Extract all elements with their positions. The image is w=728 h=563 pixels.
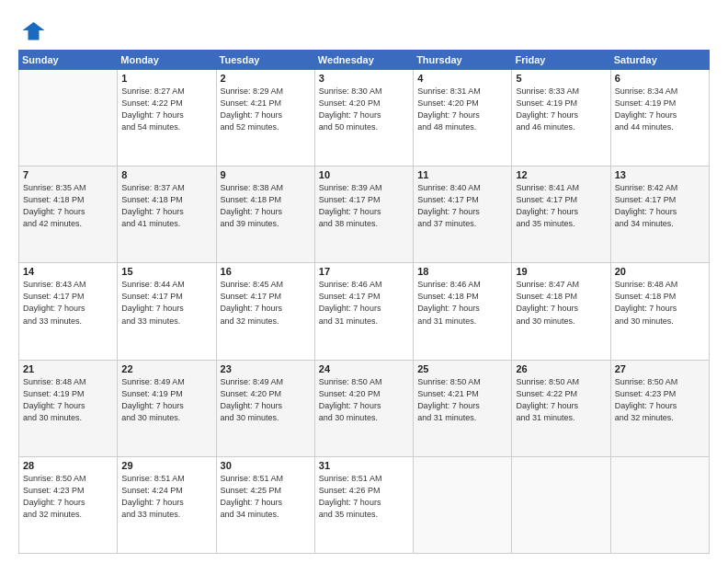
day-cell: 29Sunrise: 8:51 AM Sunset: 4:24 PM Dayli… xyxy=(118,456,216,553)
day-cell: 14Sunrise: 8:43 AM Sunset: 4:17 PM Dayli… xyxy=(19,263,118,360)
day-cell: 15Sunrise: 8:44 AM Sunset: 4:17 PM Dayli… xyxy=(118,263,216,360)
week-row-1: 7Sunrise: 8:35 AM Sunset: 4:18 PM Daylig… xyxy=(19,167,710,263)
day-cell: 2Sunrise: 8:29 AM Sunset: 4:21 PM Daylig… xyxy=(216,70,314,167)
day-number: 18 xyxy=(417,266,507,277)
day-info: Sunrise: 8:29 AM Sunset: 4:21 PM Dayligh… xyxy=(221,86,311,133)
day-cell: 23Sunrise: 8:49 AM Sunset: 4:20 PM Dayli… xyxy=(216,360,314,456)
day-info: Sunrise: 8:48 AM Sunset: 4:19 PM Dayligh… xyxy=(23,376,113,424)
day-number: 5 xyxy=(516,73,606,84)
svg-marker-0 xyxy=(23,22,45,40)
day-info: Sunrise: 8:41 AM Sunset: 4:17 PM Dayligh… xyxy=(516,182,606,230)
day-cell: 12Sunrise: 8:41 AM Sunset: 4:17 PM Dayli… xyxy=(512,167,610,263)
day-info: Sunrise: 8:50 AM Sunset: 4:21 PM Dayligh… xyxy=(417,376,507,424)
day-cell xyxy=(512,456,610,553)
day-number: 13 xyxy=(615,169,705,180)
day-number: 8 xyxy=(121,169,211,180)
header-day-monday: Monday xyxy=(118,51,216,70)
day-number: 16 xyxy=(221,266,311,277)
day-number: 1 xyxy=(121,73,211,84)
day-info: Sunrise: 8:49 AM Sunset: 4:19 PM Dayligh… xyxy=(121,376,211,424)
day-cell: 16Sunrise: 8:45 AM Sunset: 4:17 PM Dayli… xyxy=(216,263,314,360)
day-info: Sunrise: 8:44 AM Sunset: 4:17 PM Dayligh… xyxy=(121,279,211,327)
day-cell: 18Sunrise: 8:46 AM Sunset: 4:18 PM Dayli… xyxy=(414,263,512,360)
day-cell: 24Sunrise: 8:50 AM Sunset: 4:20 PM Dayli… xyxy=(314,360,413,456)
day-cell: 28Sunrise: 8:50 AM Sunset: 4:23 PM Dayli… xyxy=(19,456,118,553)
day-info: Sunrise: 8:27 AM Sunset: 4:22 PM Dayligh… xyxy=(121,86,211,133)
header-day-sunday: Sunday xyxy=(19,51,118,70)
day-info: Sunrise: 8:37 AM Sunset: 4:18 PM Dayligh… xyxy=(121,182,211,230)
day-info: Sunrise: 8:51 AM Sunset: 4:25 PM Dayligh… xyxy=(221,473,311,521)
day-number: 31 xyxy=(319,460,409,471)
day-number: 15 xyxy=(121,266,211,277)
day-cell: 7Sunrise: 8:35 AM Sunset: 4:18 PM Daylig… xyxy=(19,167,118,263)
day-number: 14 xyxy=(23,266,113,277)
day-number: 27 xyxy=(615,363,705,374)
header-day-saturday: Saturday xyxy=(610,51,709,70)
day-cell: 25Sunrise: 8:50 AM Sunset: 4:21 PM Dayli… xyxy=(414,360,512,456)
day-info: Sunrise: 8:50 AM Sunset: 4:20 PM Dayligh… xyxy=(319,376,409,424)
day-info: Sunrise: 8:30 AM Sunset: 4:20 PM Dayligh… xyxy=(319,86,409,133)
day-number: 7 xyxy=(23,169,113,180)
header-day-thursday: Thursday xyxy=(414,51,512,70)
day-cell xyxy=(414,456,512,553)
day-number: 6 xyxy=(615,73,705,84)
day-number: 23 xyxy=(221,363,311,374)
day-number: 22 xyxy=(121,363,211,374)
day-number: 19 xyxy=(516,266,606,277)
day-info: Sunrise: 8:39 AM Sunset: 4:17 PM Dayligh… xyxy=(319,182,409,230)
day-cell: 17Sunrise: 8:46 AM Sunset: 4:17 PM Dayli… xyxy=(314,263,413,360)
day-info: Sunrise: 8:33 AM Sunset: 4:19 PM Dayligh… xyxy=(516,86,606,133)
logo xyxy=(18,17,50,44)
week-row-3: 21Sunrise: 8:48 AM Sunset: 4:19 PM Dayli… xyxy=(19,360,710,456)
week-row-0: 1Sunrise: 8:27 AM Sunset: 4:22 PM Daylig… xyxy=(19,70,710,167)
header-day-tuesday: Tuesday xyxy=(216,51,314,70)
day-number: 11 xyxy=(417,169,507,180)
header-day-wednesday: Wednesday xyxy=(314,51,413,70)
day-cell: 19Sunrise: 8:47 AM Sunset: 4:18 PM Dayli… xyxy=(512,263,610,360)
day-info: Sunrise: 8:51 AM Sunset: 4:24 PM Dayligh… xyxy=(121,473,211,521)
day-info: Sunrise: 8:42 AM Sunset: 4:17 PM Dayligh… xyxy=(615,182,705,230)
day-info: Sunrise: 8:40 AM Sunset: 4:17 PM Dayligh… xyxy=(417,182,507,230)
day-cell: 13Sunrise: 8:42 AM Sunset: 4:17 PM Dayli… xyxy=(610,167,709,263)
day-number: 3 xyxy=(319,73,409,84)
day-cell: 31Sunrise: 8:51 AM Sunset: 4:26 PM Dayli… xyxy=(314,456,413,553)
day-cell xyxy=(610,456,709,553)
week-row-2: 14Sunrise: 8:43 AM Sunset: 4:17 PM Dayli… xyxy=(19,263,710,360)
day-info: Sunrise: 8:51 AM Sunset: 4:26 PM Dayligh… xyxy=(319,473,409,521)
day-info: Sunrise: 8:46 AM Sunset: 4:17 PM Dayligh… xyxy=(319,279,409,327)
header-row: SundayMondayTuesdayWednesdayThursdayFrid… xyxy=(19,51,710,70)
header-day-friday: Friday xyxy=(512,51,610,70)
day-info: Sunrise: 8:43 AM Sunset: 4:17 PM Dayligh… xyxy=(23,279,113,327)
day-info: Sunrise: 8:45 AM Sunset: 4:17 PM Dayligh… xyxy=(221,279,311,327)
day-cell: 20Sunrise: 8:48 AM Sunset: 4:18 PM Dayli… xyxy=(610,263,709,360)
day-cell: 4Sunrise: 8:31 AM Sunset: 4:20 PM Daylig… xyxy=(414,70,512,167)
day-info: Sunrise: 8:31 AM Sunset: 4:20 PM Dayligh… xyxy=(417,86,507,133)
day-number: 12 xyxy=(516,169,606,180)
day-cell: 1Sunrise: 8:27 AM Sunset: 4:22 PM Daylig… xyxy=(118,70,216,167)
day-info: Sunrise: 8:34 AM Sunset: 4:19 PM Dayligh… xyxy=(615,86,705,133)
day-number: 30 xyxy=(221,460,311,471)
day-cell: 26Sunrise: 8:50 AM Sunset: 4:22 PM Dayli… xyxy=(512,360,610,456)
logo-icon xyxy=(18,17,46,44)
day-cell: 21Sunrise: 8:48 AM Sunset: 4:19 PM Dayli… xyxy=(19,360,118,456)
day-number: 9 xyxy=(221,169,311,180)
day-cell: 27Sunrise: 8:50 AM Sunset: 4:23 PM Dayli… xyxy=(610,360,709,456)
day-number: 2 xyxy=(221,73,311,84)
day-cell: 10Sunrise: 8:39 AM Sunset: 4:17 PM Dayli… xyxy=(314,167,413,263)
day-cell xyxy=(19,70,118,167)
day-number: 24 xyxy=(319,363,409,374)
day-cell: 3Sunrise: 8:30 AM Sunset: 4:20 PM Daylig… xyxy=(314,70,413,167)
day-info: Sunrise: 8:50 AM Sunset: 4:22 PM Dayligh… xyxy=(516,376,606,424)
day-cell: 11Sunrise: 8:40 AM Sunset: 4:17 PM Dayli… xyxy=(414,167,512,263)
week-row-4: 28Sunrise: 8:50 AM Sunset: 4:23 PM Dayli… xyxy=(19,456,710,553)
day-info: Sunrise: 8:46 AM Sunset: 4:18 PM Dayligh… xyxy=(417,279,507,327)
day-number: 10 xyxy=(319,169,409,180)
day-info: Sunrise: 8:50 AM Sunset: 4:23 PM Dayligh… xyxy=(615,376,705,424)
day-info: Sunrise: 8:48 AM Sunset: 4:18 PM Dayligh… xyxy=(615,279,705,327)
day-info: Sunrise: 8:38 AM Sunset: 4:18 PM Dayligh… xyxy=(221,182,311,230)
day-info: Sunrise: 8:35 AM Sunset: 4:18 PM Dayligh… xyxy=(23,182,113,230)
day-info: Sunrise: 8:50 AM Sunset: 4:23 PM Dayligh… xyxy=(23,473,113,521)
day-number: 28 xyxy=(23,460,113,471)
page: SundayMondayTuesdayWednesdayThursdayFrid… xyxy=(0,0,728,563)
day-number: 26 xyxy=(516,363,606,374)
